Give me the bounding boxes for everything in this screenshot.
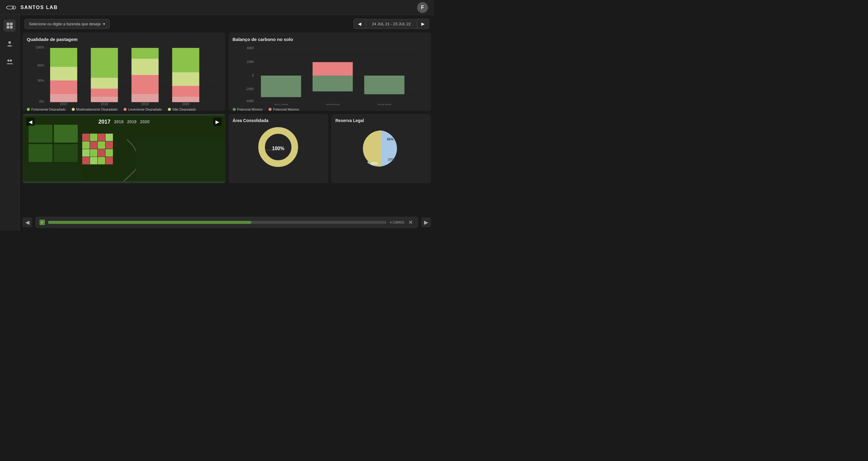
- controls-row: Selecione ou digite a fazenda que deseja…: [20, 15, 434, 33]
- svg-text:4000: 4000: [247, 47, 253, 50]
- group-icon: [6, 58, 13, 65]
- charts-grid: Qualidade de pastagem 100% 60% 30% 0%: [20, 33, 434, 212]
- carbono-legend: Potencial Mínimo Potencial Máximo: [233, 107, 427, 111]
- potencial-min-label: Potencial Mínimo: [237, 107, 262, 111]
- svg-rect-76: [105, 157, 113, 164]
- svg-rect-27: [131, 48, 158, 59]
- cards-bar-fill: [48, 221, 251, 224]
- map-card: ◀ 2017 2018 2019 2020 ▶: [23, 114, 225, 183]
- year-tab-2018[interactable]: 2018: [114, 119, 124, 124]
- svg-rect-4: [7, 26, 9, 29]
- svg-rect-61: [82, 134, 90, 141]
- svg-rect-74: [90, 157, 98, 164]
- svg-text:2020: 2020: [182, 102, 189, 105]
- svg-text:-4000: -4000: [246, 99, 254, 103]
- pastagem-title: Qualidade de pastagem: [27, 37, 221, 42]
- svg-rect-51: [313, 75, 352, 91]
- svg-rect-59: [29, 144, 53, 162]
- farm-select-label: Selecione ou digite a fazenda que deseja: [29, 22, 101, 26]
- close-btn[interactable]: ✕: [407, 219, 414, 226]
- svg-rect-49: [313, 62, 352, 75]
- pastagem-chart-area: 100% 60% 30% 0%: [27, 45, 221, 105]
- svg-text:20%: 20%: [388, 158, 395, 161]
- small-cards-container: Área Consolidada 100% Reserva Legal: [228, 114, 431, 183]
- carbono-card: Balanço de carbono no solo 4000 2000 0 -…: [228, 33, 431, 111]
- date-prev-btn[interactable]: ◀: [353, 19, 366, 29]
- potencial-max-dot: [269, 108, 272, 111]
- svg-point-8: [10, 60, 12, 62]
- moderadamente-dot: [72, 108, 75, 111]
- date-label: 24 JUL 21 - 23 JUL 22: [366, 19, 417, 29]
- legend-fortemente: Fortemente Degradado: [27, 107, 66, 111]
- svg-rect-32: [172, 48, 199, 72]
- map-overlay: ◀ 2017 2018 2019 2020 ▶: [26, 118, 222, 126]
- svg-point-6: [8, 41, 11, 44]
- svg-rect-71: [98, 149, 105, 157]
- cards-label: 4 CARDS: [390, 220, 404, 224]
- grid-icon: [6, 22, 13, 29]
- fortemente-label: Fortemente Degradado: [31, 107, 66, 111]
- svg-rect-66: [90, 141, 98, 149]
- date-next-btn[interactable]: ▶: [417, 19, 429, 29]
- pastagem-card: Qualidade de pastagem 100% 60% 30% 0%: [23, 33, 225, 111]
- svg-rect-23: [91, 78, 118, 89]
- legend-potencial-max: Potencial Máximo: [269, 107, 299, 111]
- legend-potencial-min: Potencial Mínimo: [233, 107, 262, 111]
- svg-text:2018: 2018: [101, 102, 108, 105]
- area-consolidada-title: Área Consolidada: [233, 118, 269, 123]
- legend-moderadamente: Moderadamente Degradado: [72, 107, 118, 111]
- svg-rect-22: [91, 48, 118, 78]
- bottom-prev-btn[interactable]: ◀: [23, 218, 32, 227]
- bottom-bar: ◀ ✓ 4 CARDS ✕ ▶: [20, 214, 434, 230]
- map-next-btn[interactable]: ▶: [213, 118, 221, 126]
- pastagem-svg: 100% 60% 30% 0%: [27, 45, 221, 105]
- svg-rect-72: [105, 149, 113, 157]
- farm-select[interactable]: Selecione ou digite a fazenda que deseja…: [24, 19, 110, 29]
- svg-rect-73: [82, 157, 90, 164]
- topbar: SANTOS LAB F: [0, 0, 434, 15]
- bottom-next-btn[interactable]: ▶: [421, 218, 431, 227]
- year-tab-2019[interactable]: 2019: [127, 119, 136, 124]
- svg-rect-64: [105, 134, 113, 141]
- svg-rect-57: [29, 125, 53, 143]
- sidebar-item-profile[interactable]: [4, 38, 16, 50]
- svg-point-7: [7, 60, 10, 62]
- year-tabs: 2017 2018 2019 2020: [98, 119, 150, 125]
- svg-text:2018-2019: 2018-2019: [326, 103, 340, 105]
- svg-rect-58: [54, 125, 78, 143]
- dropdown-icon: ▾: [103, 22, 105, 26]
- year-tab-2017[interactable]: 2017: [98, 119, 110, 125]
- svg-rect-62: [90, 134, 98, 141]
- svg-rect-67: [98, 141, 105, 149]
- svg-rect-68: [105, 141, 113, 149]
- nao-dot: [168, 108, 171, 111]
- svg-rect-18: [50, 67, 77, 81]
- map-prev-btn[interactable]: ◀: [26, 118, 35, 126]
- year-tab-2020[interactable]: 2020: [140, 119, 150, 124]
- svg-rect-60: [54, 144, 78, 162]
- svg-rect-34: [172, 86, 199, 97]
- svg-rect-19: [50, 81, 77, 94]
- carbono-svg: 4000 2000 0 -2000 -4000 2017-2018: [233, 45, 427, 105]
- svg-text:2000: 2000: [247, 60, 253, 64]
- reserva-legal-card: Reserva Legal: [331, 114, 431, 183]
- svg-rect-33: [172, 72, 199, 86]
- legend-nao: Não Degradado: [168, 107, 196, 111]
- sidebar-item-dashboard[interactable]: [4, 20, 16, 32]
- legend-levemente: Levemente Degradado: [124, 107, 162, 111]
- reserva-legal-title: Reserva Legal: [336, 118, 364, 123]
- area-consolidada-card: Área Consolidada 100%: [228, 114, 328, 183]
- sidebar-item-team[interactable]: [4, 56, 16, 68]
- sidebar: [0, 15, 20, 230]
- svg-rect-69: [82, 149, 90, 157]
- person-icon: [6, 40, 13, 47]
- avatar[interactable]: F: [417, 2, 428, 13]
- svg-rect-47: [261, 75, 301, 97]
- pastagem-legend: Fortemente Degradado Moderadamente Degra…: [27, 107, 221, 111]
- svg-text:2019-2020: 2019-2020: [377, 103, 391, 105]
- svg-rect-78: [23, 163, 82, 181]
- svg-rect-25: [91, 97, 118, 102]
- svg-text:-2000: -2000: [246, 87, 254, 91]
- svg-text:30%: 30%: [37, 79, 44, 82]
- potencial-max-label: Potencial Máximo: [273, 107, 299, 111]
